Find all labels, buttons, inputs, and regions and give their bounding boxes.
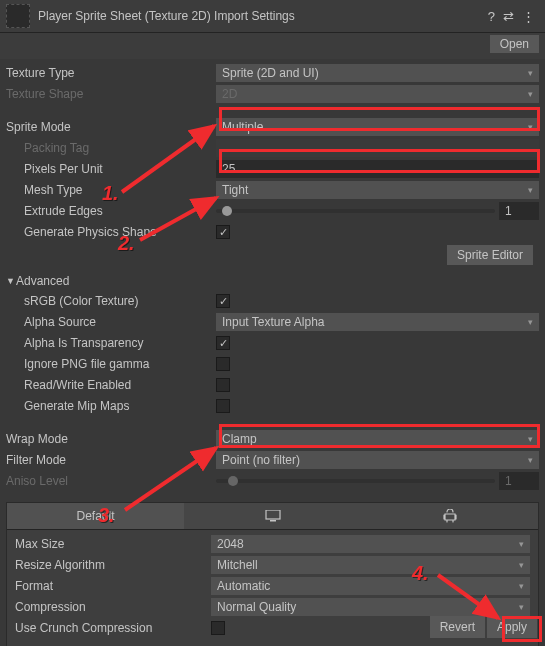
panel-title: Player Sprite Sheet (Texture 2D) Import … (38, 9, 488, 23)
generate-mip-maps-label: Generate Mip Maps (6, 399, 216, 413)
monitor-icon (265, 510, 281, 522)
format-label: Format (15, 579, 211, 593)
asset-preview-icon (6, 4, 30, 28)
filter-mode-dropdown[interactable]: Point (no filter) (216, 451, 539, 469)
generate-mip-maps-checkbox[interactable] (216, 399, 230, 413)
svg-rect-0 (266, 510, 280, 519)
mesh-type-label: Mesh Type (6, 183, 216, 197)
android-icon (443, 509, 457, 523)
srgb-checkbox[interactable] (216, 294, 230, 308)
platform-tab-android[interactable] (361, 503, 538, 529)
pixels-per-unit-label: Pixels Per Unit (6, 162, 216, 176)
apply-button[interactable]: Apply (487, 616, 537, 638)
alpha-source-label: Alpha Source (6, 315, 216, 329)
help-icon[interactable]: ? (488, 9, 495, 24)
read-write-label: Read/Write Enabled (6, 378, 216, 392)
platform-tab-standalone[interactable] (184, 503, 361, 529)
resize-algorithm-dropdown[interactable]: Mitchell (211, 556, 530, 574)
max-size-label: Max Size (15, 537, 211, 551)
max-size-dropdown[interactable]: 2048 (211, 535, 530, 553)
texture-shape-label: Texture Shape (6, 87, 216, 101)
alpha-source-dropdown[interactable]: Input Texture Alpha (216, 313, 539, 331)
advanced-label: Advanced (16, 274, 69, 288)
packing-tag-label: Packing Tag (6, 141, 216, 155)
wrap-mode-dropdown[interactable]: Clamp (216, 430, 539, 448)
revert-button[interactable]: Revert (430, 616, 485, 638)
format-dropdown[interactable]: Automatic (211, 577, 530, 595)
extrude-edges-slider[interactable] (216, 209, 495, 213)
aniso-level-value: 1 (499, 472, 539, 490)
texture-type-label: Texture Type (6, 66, 216, 80)
srgb-label: sRGB (Color Texture) (6, 294, 216, 308)
read-write-checkbox[interactable] (216, 378, 230, 392)
platform-tab-default[interactable]: Default (7, 503, 184, 529)
texture-shape-dropdown: 2D (216, 85, 539, 103)
wrap-mode-label: Wrap Mode (6, 432, 216, 446)
generate-physics-shape-label: Generate Physics Shape (6, 225, 216, 239)
alpha-transparency-checkbox[interactable] (216, 336, 230, 350)
preset-icon[interactable]: ⇄ (503, 9, 514, 24)
disclosure-icon: ▼ (6, 276, 16, 286)
ignore-png-gamma-checkbox[interactable] (216, 357, 230, 371)
sprite-editor-button[interactable]: Sprite Editor (447, 245, 533, 265)
extrude-edges-value[interactable]: 1 (499, 202, 539, 220)
sprite-mode-dropdown[interactable]: Multiple (216, 118, 539, 136)
compression-label: Compression (15, 600, 211, 614)
menu-icon[interactable]: ⋮ (522, 9, 535, 24)
aniso-level-label: Aniso Level (6, 474, 216, 488)
use-crunch-checkbox[interactable] (211, 621, 225, 635)
open-button[interactable]: Open (490, 35, 539, 53)
pixels-per-unit-input[interactable]: 25 (216, 160, 539, 178)
extrude-edges-label: Extrude Edges (6, 204, 216, 218)
ignore-png-gamma-label: Ignore PNG file gamma (6, 357, 216, 371)
use-crunch-label: Use Crunch Compression (15, 621, 211, 635)
packing-tag-input[interactable] (216, 139, 539, 157)
texture-type-dropdown[interactable]: Sprite (2D and UI) (216, 64, 539, 82)
svg-rect-1 (270, 520, 276, 522)
alpha-transparency-label: Alpha Is Transparency (6, 336, 216, 350)
filter-mode-label: Filter Mode (6, 453, 216, 467)
aniso-level-slider (216, 479, 495, 483)
mesh-type-dropdown[interactable]: Tight (216, 181, 539, 199)
sprite-mode-label: Sprite Mode (6, 120, 216, 134)
generate-physics-shape-checkbox[interactable] (216, 225, 230, 239)
advanced-foldout[interactable]: ▼ Advanced (6, 271, 539, 291)
resize-algorithm-label: Resize Algorithm (15, 558, 211, 572)
